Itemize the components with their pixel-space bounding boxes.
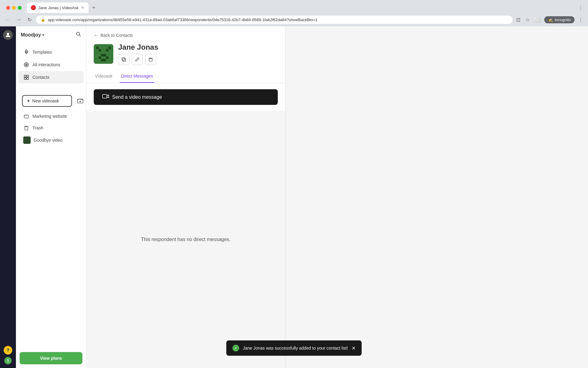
forward-nav-button[interactable]: → [15,16,23,24]
chevron-down-icon: ▾ [42,33,44,37]
incognito-label: Incognito [555,17,571,22]
window-controls [2,6,25,10]
incognito-icon: 🕵 [548,17,553,22]
reload-button[interactable]: ↻ [26,16,33,24]
svg-rect-20 [99,49,101,52]
tab-favicon [31,5,36,10]
marketing-website-label: Marketing website [32,114,67,119]
svg-rect-10 [27,78,28,79]
new-videoask-label: New videoask [32,98,59,103]
svg-rect-24 [106,56,108,59]
left-rail: ? 1 [0,26,16,368]
svg-point-1 [77,32,80,35]
new-tab-button[interactable]: + [90,3,98,12]
delete-contact-button[interactable] [145,54,156,65]
svg-rect-31 [103,94,107,98]
svg-line-2 [79,35,81,36]
plus-icon: + [27,98,30,104]
video-camera-icon [102,94,109,101]
target-icon [23,62,29,68]
sidebar-item-templates-label: Templates [32,50,52,55]
tab-close-button[interactable]: ✕ [81,6,84,10]
search-button[interactable] [76,31,81,38]
browser-menu-button[interactable]: ⋮ [577,16,584,24]
browser-chrome: Jane Jonas | VideoAsk ✕ + ⋮ ← → ↻ 🔒 app.… [0,0,588,26]
help-button[interactable]: ? [4,346,12,355]
toast-close-button[interactable]: ✕ [352,345,356,351]
incognito-badge: 🕵 Incognito [544,16,575,23]
svg-rect-26 [104,59,106,61]
app: ? 1 Moodjoy ▾ Templates [0,26,588,368]
toast-notification: ✓ Jane Jonas was successfully added to y… [226,340,362,356]
sidebar-item-goodbye-video[interactable]: Goodbye video ··· [18,134,84,146]
svg-rect-19 [108,47,111,49]
view-plans-button[interactable]: View plans [20,352,82,364]
tab-menu-button[interactable]: ⋮ [576,4,586,12]
svg-rect-15 [25,127,28,130]
org-name[interactable]: Moodjoy ▾ [21,32,44,38]
active-tab[interactable]: Jane Jonas | VideoAsk ✕ [27,2,89,13]
sidebar-item-contacts[interactable]: Contacts [18,71,84,83]
back-to-contacts-link[interactable]: ← Back to Contacts [86,26,285,43]
send-video-message-button[interactable]: Send a video message [94,89,278,105]
toast-message: Jane Jonas was successfully added to you… [243,346,348,351]
sidebar-item-all-interactions-label: All interactions [32,62,60,67]
notification-count: 1 [7,358,9,363]
contact-name: Jane Jonas [118,43,158,52]
minimize-window-dot[interactable] [12,6,16,10]
extensions-icon[interactable]: ⬜ [533,16,542,24]
maximize-window-dot[interactable] [18,6,22,10]
folder-icon [23,113,29,119]
svg-point-3 [26,51,27,52]
svg-rect-9 [24,78,26,79]
goodbye-video-thumbnail [23,136,31,144]
sidebar-item-all-interactions[interactable]: All interactions [18,59,84,71]
svg-rect-8 [27,75,28,77]
contact-tabs: Videoask Direct Messages [86,70,285,83]
tab-videoask[interactable]: Videoask [94,70,114,83]
svg-rect-29 [149,59,152,61]
svg-rect-27 [123,59,126,61]
contact-avatar [94,44,113,64]
sidebar-item-contacts-label: Contacts [32,75,49,80]
svg-rect-18 [96,47,99,49]
sidebar-item-trash[interactable]: Trash [18,122,84,133]
contact-panel: ← Back to Contacts [86,26,285,368]
rocket-icon [23,49,29,55]
right-panel [285,26,588,368]
goodbye-video-label: Goodbye video [34,138,62,143]
close-window-dot[interactable] [6,6,10,10]
content-area: ← Back to Contacts [86,26,588,368]
svg-point-6 [26,64,27,65]
svg-point-5 [25,64,28,66]
contacts-icon [23,74,29,80]
svg-rect-28 [122,58,125,60]
svg-rect-21 [106,49,108,52]
trash-icon [23,125,29,131]
sidebar-item-templates[interactable]: Templates [18,46,84,58]
user-avatar[interactable] [3,30,13,40]
notification-badge[interactable]: 1 [4,357,12,364]
svg-rect-25 [101,59,104,61]
tab-title: Jane Jonas | VideoAsk [38,6,79,10]
svg-rect-7 [24,75,26,77]
back-nav-button[interactable]: ← [4,16,12,24]
cast-icon[interactable]: ⊡ [515,16,522,24]
svg-rect-22 [101,54,106,56]
sidebar-nav: Templates All interactions Contacts [16,43,86,86]
bookmark-icon[interactable]: ☆ [524,16,531,24]
back-arrow-icon: ← [94,33,99,38]
toast-success-icon: ✓ [232,345,239,351]
sidebar-item-marketing-website[interactable]: Marketing website ··· [18,111,84,122]
sidebar: Moodjoy ▾ Templates All interactions [16,26,86,368]
security-icon: 🔒 [41,17,45,22]
tab-direct-messages[interactable]: Direct Messages [120,70,154,83]
address-bar[interactable]: 🔒 app.videoask.com/app/organizations/8b9… [36,16,513,24]
svg-rect-23 [99,56,101,59]
folder-add-button[interactable] [77,97,84,105]
edit-contact-button[interactable] [132,54,143,65]
trash-label: Trash [32,125,43,130]
svg-point-0 [7,33,9,35]
copy-contact-button[interactable] [118,54,129,65]
new-videoask-button[interactable]: + New videoask [22,95,72,107]
